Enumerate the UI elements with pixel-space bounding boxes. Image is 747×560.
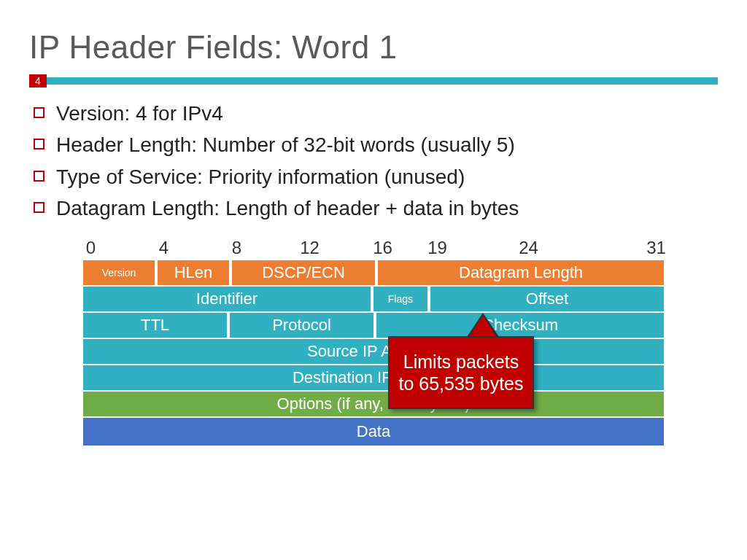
list-item: Type of Service: Priority information (u… — [34, 161, 718, 192]
bullet-text: Header Length: Number of 32-bit words (u… — [56, 129, 515, 160]
bullet-icon — [34, 171, 44, 182]
field-offset: Offset — [429, 286, 665, 312]
bullet-text: Version: 4 for IPv4 — [56, 98, 223, 129]
field-version: Version — [82, 260, 156, 286]
table-row: Destination IP Address — [82, 365, 665, 391]
field-destination-ip: Destination IP Address — [82, 365, 665, 391]
bit-position-ruler: 0481216192431 — [82, 238, 665, 260]
field-dscp-ecn: DSCP/ECN — [231, 260, 376, 286]
list-item: Datagram Length: Length of header + data… — [34, 192, 718, 224]
slide-title: IP Header Fields: Word 1 — [29, 29, 718, 66]
bullet-icon — [34, 202, 44, 213]
accent-bar — [47, 77, 718, 85]
bit-tick-label: 0 — [86, 238, 96, 258]
ip-header-diagram: 0481216192431 Version HLen DSCP/ECN Data… — [82, 238, 665, 446]
field-datagram-length: Datagram Length — [376, 260, 665, 286]
field-checksum: Checksum — [375, 312, 665, 338]
field-flags: Flags — [372, 286, 429, 312]
bullet-icon — [34, 139, 44, 149]
list-item: Header Length: Number of 32-bit words (u… — [34, 129, 718, 160]
bit-tick-label: 4 — [159, 238, 169, 258]
list-item: Version: 4 for IPv4 — [34, 98, 718, 129]
field-ttl: TTL — [82, 312, 228, 338]
bit-tick-label: 12 — [300, 238, 320, 258]
field-source-ip: Source IP Address — [82, 338, 665, 365]
bit-tick-label: 31 — [646, 238, 666, 258]
bit-tick-label: 19 — [427, 238, 447, 258]
header-table: Version HLen DSCP/ECN Datagram Length Id… — [82, 260, 665, 446]
field-data: Data — [82, 417, 665, 446]
bit-tick-label: 24 — [519, 238, 538, 258]
field-protocol: Protocol — [228, 312, 375, 338]
page-number-badge: 4 — [29, 74, 47, 88]
bullet-list: Version: 4 for IPv4 Header Length: Numbe… — [34, 98, 718, 225]
field-header-length: HLen — [156, 260, 231, 286]
bullet-icon — [34, 107, 44, 118]
bullet-text: Type of Service: Priority information (u… — [56, 161, 465, 192]
table-row: Data — [82, 417, 665, 446]
table-row: Options (if any, usually not) — [82, 391, 665, 417]
field-identifier: Identifier — [82, 286, 372, 312]
title-underline: 4 — [29, 74, 718, 88]
table-row: Identifier Flags Offset — [82, 286, 665, 312]
bit-tick-label: 16 — [373, 238, 392, 258]
table-row: TTL Protocol Checksum — [82, 312, 665, 338]
bullet-text: Datagram Length: Length of header + data… — [56, 192, 519, 224]
table-row: Source IP Address — [82, 338, 665, 365]
field-options: Options (if any, usually not) — [82, 391, 665, 417]
bit-tick-label: 8 — [232, 238, 241, 258]
table-row: Version HLen DSCP/ECN Datagram Length — [82, 260, 665, 286]
